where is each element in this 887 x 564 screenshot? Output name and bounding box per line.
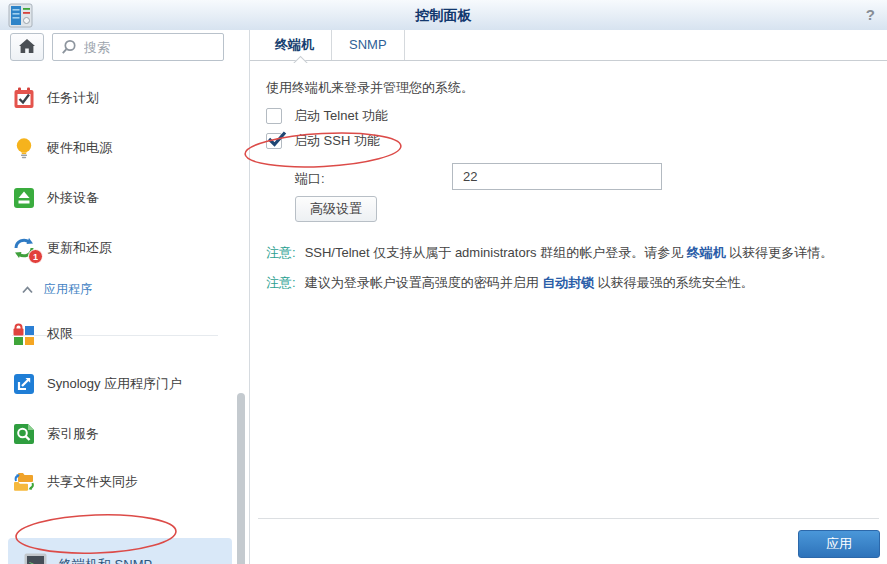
terminal-help-link[interactable]: 终端机: [687, 245, 726, 260]
apply-button[interactable]: 应用: [798, 530, 880, 558]
sidebar-item-label: 任务计划: [47, 89, 99, 107]
sidebar-item-privileges[interactable]: 权限: [12, 321, 224, 347]
note-text: SSH/Telnet 仅支持从属于 administrators 群组的帐户登录…: [305, 245, 687, 260]
sidebar-section-label: 应用程序: [44, 281, 92, 298]
note-text: 以获得最强的系统安全性。: [594, 275, 754, 290]
sidebar-section-applications[interactable]: 应用程序: [22, 281, 222, 298]
eject-device-icon: [12, 186, 36, 210]
telnet-checkbox[interactable]: [266, 108, 282, 124]
active-tab-notch: [292, 54, 308, 63]
sidebar-item-external-devices[interactable]: 外接设备: [12, 185, 224, 211]
notification-badge: 1: [28, 249, 43, 264]
window-header: 控制面板 ?: [0, 0, 887, 31]
search-icon: [61, 39, 76, 55]
sidebar-item-label: 硬件和电源: [47, 139, 112, 157]
sidebar: 任务计划 硬件和电源 外接设备: [0, 30, 250, 564]
advanced-settings-button[interactable]: 高级设置: [295, 196, 377, 222]
shared-folder-sync-icon: [12, 470, 36, 494]
application-portal-icon: [12, 372, 36, 396]
lightbulb-icon: [12, 136, 36, 160]
sidebar-item-label: 共享文件夹同步: [47, 473, 138, 491]
tab-snmp[interactable]: SNMP: [332, 30, 405, 60]
sidebar-item-indexing-service[interactable]: 索引服务: [12, 421, 224, 447]
sidebar-item-label: 权限: [47, 325, 73, 343]
note-password-strength: 注意:建议为登录帐户设置高强度的密码并启用 自动封锁 以获得最强的系统安全性。: [266, 274, 866, 291]
help-icon[interactable]: ?: [866, 6, 875, 23]
sidebar-item-shared-folder-sync[interactable]: 共享文件夹同步: [12, 469, 224, 495]
port-input[interactable]: [452, 163, 662, 190]
sidebar-item-terminal-snmp[interactable]: >_ 终端机和 SNMP: [8, 538, 232, 564]
search-input[interactable]: [82, 39, 223, 56]
telnet-checkbox-row[interactable]: 启动 Telnet 功能: [266, 107, 388, 125]
sidebar-item-label: 更新和还原: [47, 239, 112, 257]
auto-block-link[interactable]: 自动封锁: [542, 275, 594, 290]
telnet-checkbox-label: 启动 Telnet 功能: [294, 107, 388, 125]
search-box: [52, 33, 224, 61]
port-label: 端口:: [295, 170, 325, 188]
sidebar-item-application-portal[interactable]: Synology 应用程序门户: [12, 371, 224, 397]
sidebar-item-task-scheduler[interactable]: 任务计划: [12, 85, 224, 111]
sidebar-item-label: 终端机和 SNMP: [59, 556, 152, 564]
main-panel: 终端机 SNMP 使用终端机来登录并管理您的系统。 启动 Telnet 功能 启…: [250, 30, 887, 564]
ssh-checkbox-label: 启动 SSH 功能: [294, 132, 380, 150]
footer-divider: [258, 518, 879, 519]
checkmark-icon: [266, 129, 288, 149]
note-text: 以获得更多详情。: [726, 245, 834, 260]
note-prefix: 注意:: [266, 275, 296, 290]
home-button[interactable]: [10, 33, 44, 61]
sidebar-item-label: 外接设备: [47, 189, 99, 207]
note-prefix: 注意:: [266, 245, 296, 260]
sidebar-scrollbar-thumb[interactable]: [237, 393, 245, 564]
sidebar-item-label: Synology 应用程序门户: [47, 375, 182, 393]
note-ssh-admin: 注意:SSH/Telnet 仅支持从属于 administrators 群组的帐…: [266, 244, 866, 261]
privileges-lock-icon: [12, 322, 36, 346]
home-icon: [18, 38, 36, 57]
ssh-checkbox[interactable]: [266, 133, 282, 149]
svg-text:>_: >_: [29, 560, 39, 564]
sidebar-item-label: 索引服务: [47, 425, 99, 443]
sidebar-item-update-restore[interactable]: 1 更新和还原: [12, 235, 224, 261]
ssh-checkbox-row[interactable]: 启动 SSH 功能: [266, 132, 380, 150]
terminal-description: 使用终端机来登录并管理您的系统。: [266, 79, 474, 97]
tab-bar: 终端机 SNMP: [250, 30, 887, 61]
page-title: 控制面板: [0, 7, 887, 25]
indexing-service-icon: [12, 422, 36, 446]
chevron-up-icon: [22, 286, 33, 294]
update-restore-icon: 1: [12, 236, 36, 260]
task-scheduler-icon: [12, 86, 36, 110]
note-text: 建议为登录帐户设置高强度的密码并启用: [305, 275, 543, 290]
terminal-icon: >_: [23, 552, 48, 564]
sidebar-item-hardware-power[interactable]: 硬件和电源: [12, 135, 224, 161]
